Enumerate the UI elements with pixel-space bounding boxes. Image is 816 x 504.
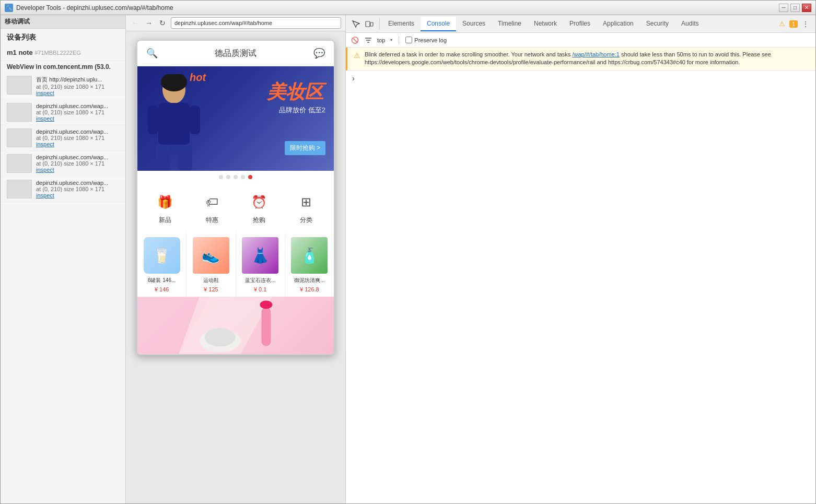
- product-card-2[interactable]: 👗 蓝宝石连衣... ¥ 0.1: [236, 233, 285, 297]
- dot-2[interactable]: [226, 175, 230, 179]
- filter-icon[interactable]: [364, 36, 373, 45]
- product-name-1: 运动鞋: [191, 277, 231, 284]
- dot-4[interactable]: [241, 175, 245, 179]
- svg-rect-3: [178, 145, 192, 171]
- product-image-2: 👗: [242, 237, 278, 274]
- flash-sale-icon: ⏰: [249, 192, 270, 213]
- product-name-0: 6罐装 146...: [142, 277, 182, 284]
- product-price-3: ¥ 126.8: [300, 286, 319, 292]
- banner-cta-button[interactable]: 限时抢购 >: [285, 141, 325, 155]
- category-grid-icon: ⊞: [296, 192, 317, 213]
- tab-elements[interactable]: Elements: [382, 17, 421, 31]
- console-link[interactable]: /wap/#/tab/home:1: [572, 51, 620, 57]
- page-thumb-3: [7, 154, 32, 173]
- page-info-3: depinzhi.uplusec.com/wap... at (0, 210) …: [36, 154, 119, 173]
- minimize-button[interactable]: ─: [779, 4, 788, 12]
- product-image-1: 👟: [193, 237, 229, 274]
- back-button[interactable]: ←: [130, 18, 141, 28]
- product-price-2: ¥ 0.1: [254, 286, 266, 292]
- console-output: ⚠ Blink deferred a task in order to make…: [346, 48, 815, 503]
- tab-sources[interactable]: Sources: [456, 17, 492, 31]
- page-size-4: at (0, 210) size 1080 × 171: [36, 186, 119, 192]
- product-image-3: 🧴: [291, 237, 328, 274]
- tab-console[interactable]: Console: [421, 17, 456, 31]
- warning-icon: ⚠: [354, 51, 360, 60]
- window-title: Developer Tools - depinzhi.uplusec.com/w…: [16, 4, 173, 11]
- preserve-log-checkbox[interactable]: [405, 37, 412, 43]
- page-item-1: depinzhi.uplusec.com/wap... at (0, 210) …: [1, 100, 125, 125]
- phone-wrapper: 🔍 德品质测试 💬: [128, 31, 343, 503]
- devtools-secondary-bar: 🚫 top ▾ Preserve log: [346, 33, 815, 48]
- tab-audits[interactable]: Audits: [675, 17, 705, 31]
- svg-point-12: [260, 301, 273, 309]
- filter-top-label: top: [377, 37, 385, 43]
- banner-main-text: 美妆区: [267, 79, 323, 105]
- category-label-3: 分类: [300, 216, 312, 225]
- search-icon[interactable]: 🔍: [146, 47, 158, 60]
- console-warning-message: ⚠ Blink deferred a task in order to make…: [346, 48, 815, 71]
- app-title-bar: 移动调试: [1, 15, 125, 29]
- filter-dropdown-arrow[interactable]: ▾: [390, 38, 392, 42]
- tab-application[interactable]: Application: [597, 17, 640, 31]
- new-items-icon: 🎁: [155, 192, 176, 213]
- page-item-2: depinzhi.uplusec.com/wap... at (0, 210) …: [1, 125, 125, 151]
- dot-1[interactable]: [219, 175, 223, 179]
- app-title: 移动调试: [5, 18, 30, 25]
- no-entry-icon[interactable]: 🚫: [350, 36, 359, 45]
- webview-item: WebView in com.tencent.mm (53.0.: [1, 61, 125, 73]
- category-item-2[interactable]: ⏰ 抢购: [249, 192, 270, 225]
- svg-rect-4: [148, 106, 158, 134]
- category-label-2: 抢购: [253, 216, 265, 225]
- specials-icon: 🏷: [202, 192, 223, 213]
- dot-3[interactable]: [234, 175, 238, 179]
- left-panel: 移动调试 设备列表 m1 note #71MBBL2222EG WebView …: [1, 15, 126, 503]
- dot-5[interactable]: [248, 175, 252, 179]
- product-card-0[interactable]: 🥛 6罐装 146... ¥ 146: [137, 233, 186, 297]
- inspect-link-0[interactable]: inspect: [36, 90, 119, 96]
- console-message-text: Blink deferred a task in order to make s…: [365, 51, 809, 67]
- webview-title: WebView in com.tencent.mm (53.0.: [7, 63, 111, 71]
- url-bar[interactable]: [171, 17, 341, 29]
- inspect-link-4[interactable]: inspect: [36, 192, 119, 198]
- device-mode-icon[interactable]: [364, 18, 375, 30]
- devtools-menu-icon[interactable]: ⋮: [800, 18, 811, 30]
- page-url-4: depinzhi.uplusec.com/wap...: [36, 180, 119, 186]
- product-card-3[interactable]: 🧴 御泥坊清爽... ¥ 126.8: [285, 233, 334, 297]
- category-item-3[interactable]: ⊞ 分类: [296, 192, 317, 225]
- page-url-0: 首页 http://depinzhi.uplu...: [36, 76, 119, 84]
- close-button[interactable]: ✕: [802, 4, 811, 12]
- tab-timeline[interactable]: Timeline: [492, 17, 528, 31]
- tab-network[interactable]: Network: [528, 17, 563, 31]
- category-item-1[interactable]: 🏷 特惠: [202, 192, 223, 225]
- product-card-1[interactable]: 👟 运动鞋 ¥ 125: [186, 233, 235, 297]
- inspect-element-icon[interactable]: [350, 18, 362, 30]
- page-url-3: depinzhi.uplusec.com/wap...: [36, 154, 119, 160]
- inspect-link-3[interactable]: inspect: [36, 167, 119, 173]
- tab-profiles[interactable]: Profiles: [563, 17, 597, 31]
- page-url-2: depinzhi.uplusec.com/wap...: [36, 128, 119, 135]
- page-size-1: at (0, 210) size 1080 × 171: [36, 109, 119, 115]
- page-size-0: at (0, 210) size 1080 × 171: [36, 84, 119, 90]
- forward-button[interactable]: →: [144, 18, 154, 28]
- maximize-button[interactable]: □: [790, 4, 800, 12]
- tab-security[interactable]: Security: [640, 17, 675, 31]
- svg-rect-11: [261, 307, 271, 346]
- center-panel: ← → ↻ 🔍 德品质测试 💬: [126, 15, 345, 503]
- inspect-link-2[interactable]: inspect: [36, 141, 119, 147]
- hot-badge: hot: [190, 72, 206, 84]
- category-row: 🎁 新品 🏷 特惠 ⏰ 抢购 ⊞ 分类: [137, 183, 334, 233]
- svg-rect-5: [190, 106, 200, 134]
- refresh-button[interactable]: ↻: [157, 18, 168, 28]
- inspect-link-1[interactable]: inspect: [36, 115, 119, 122]
- device-list-title: 设备列表: [1, 29, 125, 46]
- message-icon[interactable]: 💬: [313, 47, 325, 60]
- banner-dots: [137, 171, 334, 183]
- preserve-log-label: Preserve log: [405, 37, 447, 43]
- page-thumb-0: [7, 76, 32, 95]
- main-content: 移动调试 设备列表 m1 note #71MBBL2222EG WebView …: [1, 15, 815, 503]
- device-item: m1 note #71MBBL2222EG: [1, 46, 125, 61]
- device-id: #71MBBL2222EG: [34, 50, 81, 56]
- devtools-icon: 🔧: [5, 4, 13, 12]
- category-item-0[interactable]: 🎁 新品: [155, 192, 176, 225]
- svg-rect-15: [370, 22, 373, 26]
